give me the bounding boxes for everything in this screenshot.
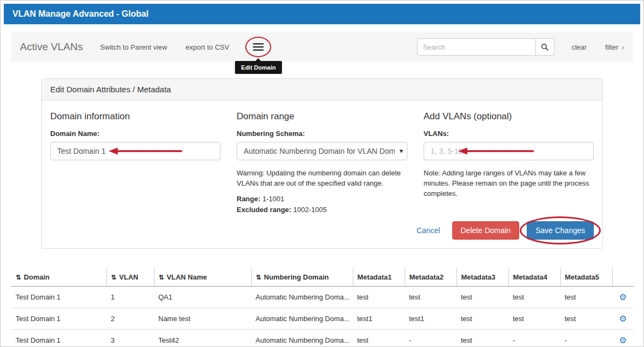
sort-icon: ⇅ bbox=[16, 274, 21, 281]
col-header-metadata2: Metadata2 bbox=[405, 268, 457, 287]
search-button[interactable] bbox=[536, 38, 554, 56]
cell-actions: ⚙ bbox=[612, 329, 634, 347]
table-row: Test Domain 1 1 QA1 Automatic Numbering … bbox=[11, 286, 634, 308]
col-header-label: Domain bbox=[24, 273, 50, 281]
chevron-right-icon: › bbox=[622, 43, 624, 51]
cell-metadata4: - bbox=[508, 329, 560, 347]
col-header-metadata1: Metadata1 bbox=[353, 268, 405, 287]
filter-link[interactable]: filter› bbox=[605, 43, 624, 51]
page: VLAN Manage Advanced - Global Active VLA… bbox=[0, 0, 644, 347]
domain-name-label: Domain Name: bbox=[50, 130, 220, 138]
add-vlans-section: Add VLANs (optional) VLANs: Note: Adding… bbox=[424, 111, 594, 214]
export-csv-link[interactable]: export to CSV bbox=[185, 43, 229, 51]
delete-domain-button[interactable]: Delete Domain bbox=[452, 221, 520, 240]
col-header-label: VLAN Name bbox=[167, 273, 207, 281]
domain-range-section: Domain range Numbering Schema: Automatic… bbox=[237, 111, 407, 214]
domain-information-heading: Domain information bbox=[50, 111, 220, 122]
numbering-schema-select[interactable]: Automatic Numbering Domain for VLAN Doma… bbox=[237, 142, 407, 160]
cell-metadata5: test bbox=[560, 286, 612, 308]
cell-vlan-name: Test42 bbox=[154, 329, 251, 347]
filter-label: filter bbox=[605, 43, 619, 51]
numbering-schema-label: Numbering Schema: bbox=[237, 130, 407, 138]
panel-body: Domain information Domain Name: Domain r… bbox=[42, 100, 602, 248]
cell-vlan: 3 bbox=[106, 329, 154, 347]
active-vlans-title: Active VLANs bbox=[20, 41, 83, 53]
edit-domain-menu-button[interactable]: Edit Domain bbox=[250, 40, 267, 53]
table-header-row: ⇅Domain ⇅VLAN ⇅VLAN Name ⇅Numbering Doma… bbox=[11, 268, 634, 287]
excluded-range-label: Excluded range: bbox=[237, 206, 291, 214]
row-settings-gear-icon[interactable]: ⚙ bbox=[619, 314, 627, 323]
cell-metadata1: test bbox=[353, 286, 405, 308]
col-header-vlan-name[interactable]: ⇅VLAN Name bbox=[154, 268, 251, 287]
excluded-range-line: Excluded range: 1002-1005 bbox=[237, 206, 407, 214]
domain-name-input[interactable] bbox=[50, 142, 220, 160]
sort-icon: ⇅ bbox=[111, 274, 117, 281]
vlans-label: VLANs: bbox=[424, 130, 594, 138]
cell-domain: Test Domain 1 bbox=[11, 308, 106, 329]
col-header-domain[interactable]: ⇅Domain bbox=[11, 268, 106, 287]
vlans-input[interactable] bbox=[424, 142, 594, 160]
cell-vlan: 2 bbox=[106, 308, 154, 329]
sort-icon: ⇅ bbox=[159, 274, 164, 281]
toolbar-right: clear filter› bbox=[417, 38, 624, 56]
row-settings-gear-icon[interactable]: ⚙ bbox=[619, 336, 627, 345]
cell-numbering-domain: Automatic Numbering Doma... bbox=[251, 308, 353, 329]
table-row: Test Domain 1 2 Name test Automatic Numb… bbox=[11, 308, 634, 329]
page-title: VLAN Manage Advanced - Global bbox=[12, 9, 149, 18]
col-header-numbering-domain[interactable]: ⇅Numbering Domain bbox=[251, 268, 353, 287]
search-icon bbox=[541, 43, 549, 51]
col-header-label: Numbering Domain bbox=[264, 273, 329, 281]
cell-numbering-domain: Automatic Numbering Doma... bbox=[251, 286, 353, 308]
clear-link[interactable]: clear bbox=[572, 43, 587, 51]
cell-metadata2: - bbox=[405, 329, 457, 347]
col-header-metadata3: Metadata3 bbox=[457, 268, 508, 287]
cell-metadata3: test bbox=[457, 308, 508, 329]
col-header-metadata5: Metadata5 bbox=[560, 268, 612, 287]
col-header-actions bbox=[612, 268, 634, 287]
table-row: Test Domain 1 3 Test42 Automatic Numberi… bbox=[11, 329, 634, 347]
cancel-link[interactable]: Cancel bbox=[417, 226, 440, 235]
sort-icon: ⇅ bbox=[256, 274, 261, 281]
cell-numbering-domain: Automatic Numbering Doma... bbox=[251, 329, 353, 347]
cell-metadata4: test bbox=[508, 308, 560, 329]
search-group bbox=[417, 38, 554, 56]
cell-metadata4: test bbox=[508, 286, 560, 308]
save-changes-button[interactable]: Save Changes bbox=[527, 221, 594, 240]
edit-domain-panel: Edit Domain Attributes / Metadata Domain… bbox=[41, 78, 603, 249]
cell-actions: ⚙ bbox=[612, 286, 634, 308]
cell-metadata3: test bbox=[457, 286, 508, 308]
panel-actions: Cancel Delete Domain Save Changes bbox=[50, 221, 594, 240]
row-settings-gear-icon[interactable]: ⚙ bbox=[619, 292, 627, 302]
vlan-table: ⇅Domain ⇅VLAN ⇅VLAN Name ⇅Numbering Doma… bbox=[11, 268, 634, 347]
cell-actions: ⚙ bbox=[612, 308, 634, 329]
col-header-label: VLAN bbox=[119, 273, 138, 281]
cell-metadata1: test1 bbox=[353, 308, 405, 329]
cell-metadata2: test1 bbox=[405, 308, 457, 329]
panel-heading: Edit Domain Attributes / Metadata bbox=[42, 79, 602, 100]
excluded-range-value: 1002-1005 bbox=[293, 206, 327, 214]
hamburger-menu-icon bbox=[253, 43, 264, 51]
app-header: VLAN Manage Advanced - Global bbox=[4, 4, 640, 24]
numbering-schema-value: Automatic Numbering Domain for VLAN Doma bbox=[244, 147, 395, 155]
numbering-warning-text: Warning: Updating the numbering domain c… bbox=[237, 168, 407, 189]
toolbar: Active VLANs Switch to Parent view expor… bbox=[11, 32, 633, 62]
cell-vlan-name: Name test bbox=[154, 308, 251, 329]
cell-metadata5: test bbox=[560, 308, 612, 329]
cell-domain: Test Domain 1 bbox=[11, 286, 106, 308]
cell-vlan: 1 bbox=[106, 286, 154, 308]
cell-metadata1: test bbox=[353, 329, 405, 347]
switch-parent-view-link[interactable]: Switch to Parent view bbox=[100, 43, 167, 51]
domain-information-section: Domain information Domain Name: bbox=[50, 111, 220, 214]
cell-domain: Test Domain 1 bbox=[11, 329, 106, 347]
domain-range-heading: Domain range bbox=[237, 111, 407, 122]
cell-metadata5: - bbox=[560, 329, 612, 347]
cell-vlan-name: QA1 bbox=[154, 286, 251, 308]
cell-metadata2: test bbox=[405, 286, 457, 308]
search-input[interactable] bbox=[417, 38, 536, 56]
edit-domain-tooltip: Edit Domain bbox=[235, 61, 281, 74]
col-header-vlan[interactable]: ⇅VLAN bbox=[106, 268, 154, 287]
range-line: Range: 1-1001 bbox=[237, 195, 407, 203]
range-label: Range: bbox=[237, 195, 260, 203]
col-header-metadata4: Metadata4 bbox=[508, 268, 560, 287]
caret-down-icon: ▾ bbox=[399, 147, 403, 155]
